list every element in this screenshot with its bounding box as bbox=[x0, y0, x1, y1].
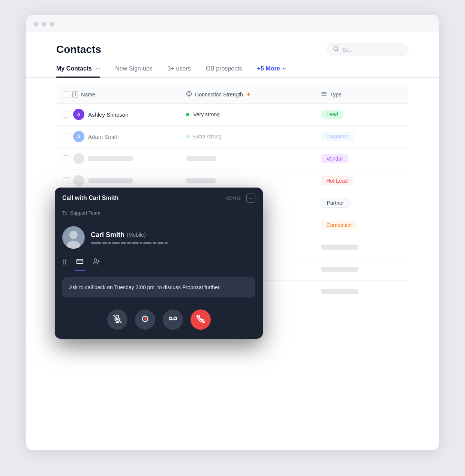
cell-type-9 bbox=[315, 281, 408, 303]
th-type: Type bbox=[315, 86, 408, 104]
wave-bar bbox=[127, 242, 131, 244]
type-badge-1: Lead bbox=[321, 110, 343, 119]
strength-dot-1 bbox=[186, 113, 189, 116]
column-type-label: Type bbox=[330, 92, 341, 98]
svg-rect-9 bbox=[77, 259, 83, 264]
spark-icon: ✦ bbox=[246, 91, 251, 98]
row-checkbox-2[interactable] bbox=[63, 133, 69, 140]
row-checkbox-1[interactable] bbox=[63, 111, 69, 118]
type-icon bbox=[321, 91, 327, 98]
wave-bar bbox=[102, 242, 107, 244]
table-row: A Adam Smith Extra strong Customer bbox=[57, 126, 409, 148]
call-actions bbox=[55, 303, 263, 339]
skeleton-strength-3 bbox=[186, 156, 216, 161]
call-tab-transfer[interactable] bbox=[93, 258, 100, 271]
voicemail-button[interactable] bbox=[163, 309, 183, 330]
select-all-checkbox[interactable] bbox=[63, 91, 69, 98]
browser-titlebar bbox=[26, 15, 439, 32]
call-person-details: Carl Smith (Mobile) bbox=[91, 231, 168, 244]
call-header: Call with Carl Smith 00:10 — bbox=[55, 188, 263, 209]
contact-name-1: Ashley Simpson bbox=[88, 111, 129, 118]
tab-my-contacts[interactable]: My Contacts ··· bbox=[56, 65, 100, 77]
mute-icon bbox=[113, 315, 122, 325]
skeleton-type-8 bbox=[321, 267, 358, 272]
search-icon bbox=[333, 46, 339, 53]
tab-3-users[interactable]: 3+ users bbox=[168, 65, 191, 77]
strength-dot-2 bbox=[186, 135, 189, 138]
column-connection-label: Connection Strength bbox=[195, 92, 243, 98]
call-person-info: Carl Smith (Mobile) bbox=[55, 220, 263, 255]
cell-name-1: A Ashley Simpson bbox=[57, 104, 180, 126]
skeleton-type-7 bbox=[321, 245, 358, 250]
hangup-button[interactable] bbox=[190, 309, 211, 330]
record-icon bbox=[141, 315, 149, 325]
avatar-empty-3 bbox=[73, 153, 84, 164]
transfer-icon bbox=[93, 258, 100, 267]
row-checkbox-4[interactable] bbox=[63, 177, 69, 184]
traffic-dot-green bbox=[50, 22, 54, 27]
type-badge-3: Vendor bbox=[321, 154, 348, 163]
connection-icon bbox=[186, 91, 192, 98]
svg-point-7 bbox=[69, 231, 78, 239]
card-icon bbox=[76, 258, 84, 267]
search-bar[interactable]: Se... bbox=[326, 43, 409, 56]
th-name: T Name bbox=[57, 86, 180, 104]
call-timer: 00:10 bbox=[226, 195, 240, 201]
call-note: Ask to call back on Tuesday 3:00 pm. to … bbox=[62, 277, 255, 297]
tab-new-signups[interactable]: New Sign-ups bbox=[115, 65, 153, 77]
page-title: Contacts bbox=[56, 44, 101, 56]
wave-bar bbox=[112, 242, 120, 244]
call-person-sub: (Mobile) bbox=[127, 232, 146, 238]
traffic-dot-red bbox=[34, 22, 39, 27]
minimize-button[interactable]: — bbox=[246, 194, 255, 203]
type-badge-5: Partner bbox=[321, 198, 350, 208]
cell-type-2: Customer bbox=[315, 126, 408, 148]
table-header-row: T Name Connection Stre bbox=[57, 86, 409, 104]
row-checkbox-3[interactable] bbox=[63, 155, 69, 162]
type-badge-4: Hot Lead bbox=[321, 176, 353, 185]
cell-type-5: Partner bbox=[315, 192, 408, 214]
hangup-icon bbox=[196, 315, 205, 325]
svg-line-1 bbox=[337, 50, 338, 51]
type-badge-6: Competitor bbox=[321, 221, 357, 230]
call-tab-card[interactable] bbox=[76, 258, 84, 271]
voicemail-icon bbox=[169, 315, 177, 325]
cell-type-8 bbox=[315, 258, 408, 281]
tab-more[interactable]: +5 More bbox=[257, 65, 287, 77]
call-title: Call with Carl Smith bbox=[62, 195, 118, 201]
strength-text-1: Very strong bbox=[193, 111, 220, 117]
mute-button[interactable] bbox=[107, 309, 128, 330]
cell-strength-1: Very strong bbox=[180, 104, 315, 126]
wave-bar bbox=[91, 242, 101, 244]
cell-type-1: Lead bbox=[315, 104, 408, 126]
tab-dots: ··· bbox=[96, 66, 100, 72]
skeleton-type-9 bbox=[321, 289, 358, 294]
skeleton-name-3 bbox=[88, 156, 133, 161]
cell-type-6: Competitor bbox=[315, 214, 408, 236]
cell-name-2: A Adam Smith bbox=[57, 126, 180, 148]
person-avatar-svg bbox=[62, 226, 85, 249]
record-button[interactable] bbox=[135, 309, 155, 330]
call-person-name: Carl Smith bbox=[91, 231, 124, 239]
skeleton-name-4 bbox=[88, 178, 133, 183]
cell-name-3 bbox=[57, 148, 180, 170]
avatar-2: A bbox=[73, 131, 84, 142]
call-tab-keypad[interactable]: ⠿ bbox=[62, 258, 67, 270]
svg-point-18 bbox=[144, 317, 146, 320]
tab-ob-prospects[interactable]: OB prospects bbox=[206, 65, 242, 77]
wave-bar bbox=[165, 242, 168, 244]
traffic-dot-yellow bbox=[42, 22, 46, 27]
search-placeholder: Se... bbox=[342, 47, 354, 53]
type-badge-2: Customer bbox=[321, 132, 354, 141]
svg-point-11 bbox=[94, 259, 97, 261]
table-row: A Ashley Simpson Very strong Lead bbox=[57, 104, 409, 126]
wave-bar bbox=[158, 242, 164, 244]
chevron-down-icon bbox=[282, 66, 287, 71]
name-icon: T bbox=[72, 91, 78, 98]
cell-strength-2: Extra strong bbox=[180, 126, 315, 148]
cell-strength-3 bbox=[180, 148, 315, 170]
wave-bar bbox=[121, 242, 126, 244]
table-row: Vendor bbox=[57, 148, 409, 170]
skeleton-strength-4 bbox=[186, 178, 216, 183]
call-tabs: ⠿ bbox=[55, 255, 263, 271]
